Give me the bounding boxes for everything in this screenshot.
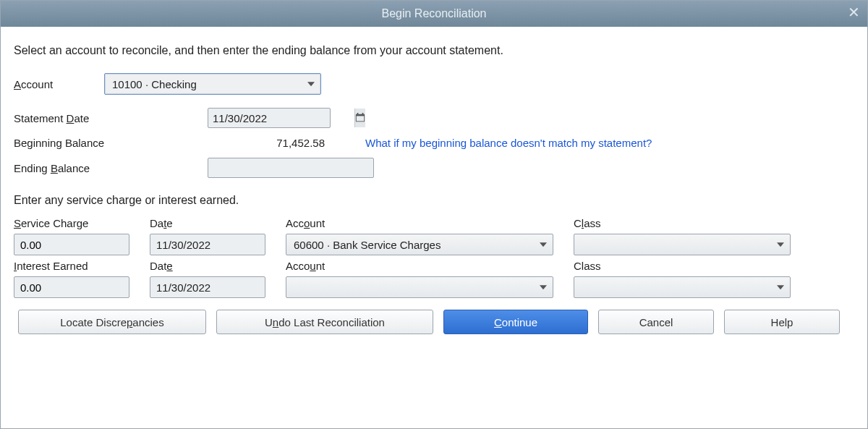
interest-account-header: Account	[286, 260, 561, 272]
service-date-header: Date	[150, 217, 273, 229]
titlebar: Begin Reconciliation ✕	[1, 1, 867, 27]
interest-earned-date-field[interactable]	[150, 276, 265, 298]
interest-class-header: Class	[574, 260, 791, 272]
interest-earned-amount-input[interactable]	[14, 276, 129, 298]
ending-balance-input[interactable]	[208, 158, 374, 178]
continue-button[interactable]: Continue	[443, 310, 588, 334]
undo-last-reconciliation-button[interactable]: Undo Last Reconciliation	[216, 310, 433, 334]
chevron-down-icon	[777, 285, 784, 289]
button-row: Locate Discrepancies Undo Last Reconcili…	[14, 310, 854, 334]
balance-grid: Statement Date Beginning Balance 71,452.…	[14, 108, 854, 178]
help-button[interactable]: Help	[724, 310, 840, 334]
account-select[interactable]: 10100 · Checking	[104, 73, 321, 95]
service-charge-class-select[interactable]	[574, 234, 791, 255]
begin-reconciliation-window: Begin Reconciliation ✕ Select an account…	[0, 0, 868, 429]
statement-date-label: Statement Date	[14, 112, 202, 124]
service-section-text: Enter any service charge or interest ear…	[14, 194, 854, 207]
calendar-icon[interactable]	[354, 109, 365, 127]
service-account-header: Account	[286, 217, 561, 229]
beginning-balance-help-link[interactable]: What if my beginning balance doesn't mat…	[365, 137, 854, 149]
service-charge-header: Service Charge	[14, 217, 137, 229]
chevron-down-icon	[777, 242, 784, 247]
service-charge-account-select[interactable]: 60600 · Bank Service Charges	[286, 234, 553, 255]
account-label: Account	[14, 78, 104, 90]
interest-earned-date-input[interactable]	[150, 281, 299, 294]
beginning-balance-value: 71,452.58	[208, 137, 331, 149]
statement-date-field[interactable]	[208, 108, 331, 128]
svg-rect-3	[362, 113, 364, 116]
chevron-down-icon	[540, 242, 547, 247]
cancel-button[interactable]: Cancel	[598, 310, 714, 334]
interest-date-header: Date	[150, 260, 273, 272]
service-charge-amount-input[interactable]	[14, 234, 129, 255]
interest-earned-header: Interest Earned	[14, 260, 137, 272]
chevron-down-icon	[307, 82, 315, 86]
account-select-value: 10100 · Checking	[112, 78, 197, 90]
close-icon[interactable]: ✕	[848, 5, 860, 20]
beginning-balance-label: Beginning Balance	[14, 137, 202, 149]
svg-rect-1	[357, 116, 365, 121]
interest-earned-account-select[interactable]	[286, 276, 553, 298]
ending-balance-field-wrap	[208, 158, 338, 178]
locate-discrepancies-button[interactable]: Locate Discrepancies	[18, 310, 206, 334]
service-charge-account-value: 60600 · Bank Service Charges	[294, 239, 441, 251]
dialog-content: Select an account to reconcile, and then…	[1, 27, 867, 344]
service-interest-grid: Service Charge Date Account Class 60600 …	[14, 217, 854, 298]
chevron-down-icon	[540, 285, 547, 289]
service-class-header: Class	[574, 217, 791, 229]
instruction-text: Select an account to reconcile, and then…	[14, 44, 854, 57]
account-row: Account 10100 · Checking	[14, 73, 854, 95]
statement-date-input[interactable]	[208, 112, 354, 124]
svg-rect-2	[357, 113, 359, 116]
service-charge-date-field[interactable]	[150, 234, 265, 255]
window-title: Begin Reconciliation	[382, 7, 487, 20]
service-charge-date-input[interactable]	[150, 239, 299, 251]
interest-earned-class-select[interactable]	[574, 276, 791, 298]
ending-balance-label: Ending Balance	[14, 162, 202, 174]
